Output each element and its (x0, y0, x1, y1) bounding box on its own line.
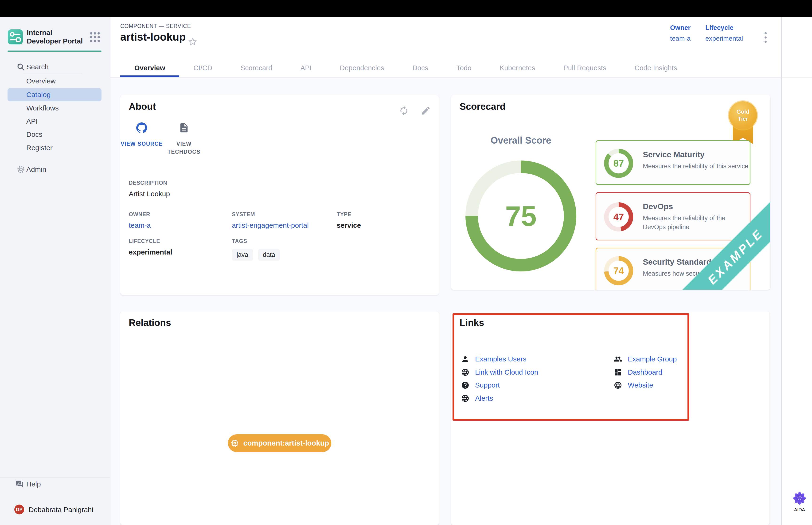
sidebar-item-overview[interactable]: Overview (0, 75, 110, 88)
relations-node-label: component:artist-lookup (243, 439, 329, 448)
gear-icon (17, 165, 25, 174)
chip-icon (230, 438, 240, 448)
lifecycle-meta: Lifecycle experimental (705, 24, 752, 42)
lifecycle-label: Lifecycle (705, 24, 752, 31)
sidebar-item-workflows[interactable]: Workflows (0, 102, 110, 115)
user-icon (461, 355, 470, 363)
sidebar-item-catalog[interactable]: Catalog (0, 88, 110, 101)
type-field-label: TYPE (337, 211, 361, 217)
tab-kubernetes[interactable]: Kubernetes (486, 59, 549, 77)
scorecard-title: Scorecard (460, 101, 506, 112)
tab-overview[interactable]: Overview (120, 59, 179, 77)
content-right-divider (781, 17, 782, 525)
svg-text:?: ? (18, 481, 20, 484)
refresh-icon[interactable] (399, 106, 409, 116)
brand-divider (7, 50, 102, 52)
link-label: Examples Users (475, 355, 526, 363)
owner-field-value[interactable]: team-a (129, 221, 151, 229)
score-item-title: Security Standards (643, 257, 716, 267)
search-icon (17, 63, 25, 71)
user-name[interactable]: Debabrata Panigrahi (29, 506, 93, 514)
score-item-service-maturity[interactable]: 87 Service Maturity Measures the reliabi… (596, 140, 750, 185)
link-examples-users[interactable]: Examples Users (461, 355, 526, 363)
view-source-label: VIEW SOURCE (118, 140, 165, 148)
overall-score-label: Overall Score (474, 135, 568, 146)
owner-field-label: OWNER (129, 211, 151, 217)
tab-pull-requests[interactable]: Pull Requests (549, 59, 621, 77)
tab-cicd[interactable]: CI/CD (179, 59, 226, 77)
sidebar: Internal Developer Portal Search Overvie… (0, 17, 110, 525)
sidebar-item-search[interactable]: Search (0, 60, 110, 74)
description-label: DESCRIPTION (129, 180, 170, 186)
tag-chip[interactable]: java (232, 249, 253, 260)
badge-label: GoldTier (737, 108, 750, 122)
score-ring: 74 (604, 256, 633, 285)
sidebar-item-label: Register (0, 144, 52, 152)
apps-grid-icon[interactable] (89, 31, 101, 43)
sidebar-item-register[interactable]: Register (0, 141, 110, 154)
gold-tier-badge: GoldTier (729, 101, 757, 141)
entity-header: COMPONENT — SERVICE artist-lookup Owner … (110, 17, 812, 77)
sidebar-item-api[interactable]: API (0, 115, 110, 128)
description-value: Artist Lookup (129, 190, 170, 198)
relations-node-component[interactable]: component:artist-lookup (228, 434, 331, 452)
score-item-devops[interactable]: 47 DevOps Measures the reliability of th… (596, 192, 750, 240)
tab-code-insights[interactable]: Code Insights (621, 59, 691, 77)
score-value: 47 (609, 207, 629, 227)
sidebar-item-docs[interactable]: Docs (0, 128, 110, 141)
link-support[interactable]: Support (461, 381, 500, 389)
links-card: Links Examples Users Link with Cloud Ico… (451, 311, 769, 525)
score-value: 74 (609, 260, 629, 281)
link-website[interactable]: Website (614, 381, 653, 389)
group-icon (614, 355, 622, 363)
lifecycle-field-label: LIFECYCLE (129, 238, 172, 244)
about-title: About (129, 101, 156, 112)
link-label: Dashboard (628, 368, 662, 376)
relations-title: Relations (129, 317, 171, 328)
tab-scorecard[interactable]: Scorecard (227, 59, 287, 77)
score-item-title: Service Maturity (643, 150, 705, 159)
tab-todo[interactable]: Todo (442, 59, 486, 77)
docs-file-icon (179, 122, 189, 133)
links-title: Links (460, 317, 484, 328)
link-alerts[interactable]: Alerts (461, 394, 493, 403)
link-label: Alerts (475, 394, 493, 402)
aida-assistant-button[interactable]: AIDA (789, 491, 810, 512)
score-value: 87 (609, 153, 629, 174)
lifecycle-value: experimental (705, 35, 752, 42)
avatar[interactable]: DP (14, 504, 25, 515)
score-ring: 47 (604, 202, 633, 231)
view-techdocs-link[interactable]: VIEW TECHDOCS (160, 122, 208, 156)
system-field-value[interactable]: artist-engagement-portal (232, 221, 309, 229)
tab-bar: Overview CI/CD Scorecard API Dependencie… (120, 59, 691, 77)
sidebar-item-admin[interactable]: Admin (0, 163, 110, 176)
sidebar-item-label: Overview (0, 77, 56, 85)
tags-field-label: TAGS (232, 238, 285, 244)
link-example-group[interactable]: Example Group (614, 355, 677, 363)
sidebar-divider (24, 74, 82, 74)
page-title: artist-lookup (120, 31, 186, 43)
score-ring: 87 (604, 149, 633, 178)
tag-chip[interactable]: data (258, 249, 280, 260)
aida-flower-icon (792, 491, 807, 506)
link-dashboard[interactable]: Dashboard (614, 368, 662, 376)
link-cloud[interactable]: Link with Cloud Icon (461, 368, 538, 376)
edit-pencil-icon[interactable] (420, 106, 431, 116)
tab-api[interactable]: API (287, 59, 326, 77)
scorecard-card: Scorecard GoldTier Overall Score 75 87 S… (451, 95, 770, 290)
entity-breadcrumb: COMPONENT — SERVICE (120, 23, 191, 29)
favorite-star-icon[interactable] (188, 37, 197, 46)
overall-score-value: 75 (505, 200, 536, 232)
sidebar-item-help[interactable]: ? Help (0, 478, 110, 491)
tab-docs[interactable]: Docs (398, 59, 442, 77)
globe-icon (461, 394, 470, 403)
link-label: Example Group (628, 355, 677, 363)
score-item-description: Measures the reliability of the DevOps p… (643, 214, 744, 231)
help-circle-icon (461, 381, 470, 389)
overall-score-donut: 75 (465, 161, 576, 271)
tab-dependencies[interactable]: Dependencies (326, 59, 398, 77)
sidebar-item-label: Catalog (0, 91, 50, 99)
more-options-icon[interactable] (761, 30, 770, 49)
sidebar-item-label: Docs (0, 131, 42, 138)
view-source-link[interactable]: VIEW SOURCE (118, 122, 165, 148)
